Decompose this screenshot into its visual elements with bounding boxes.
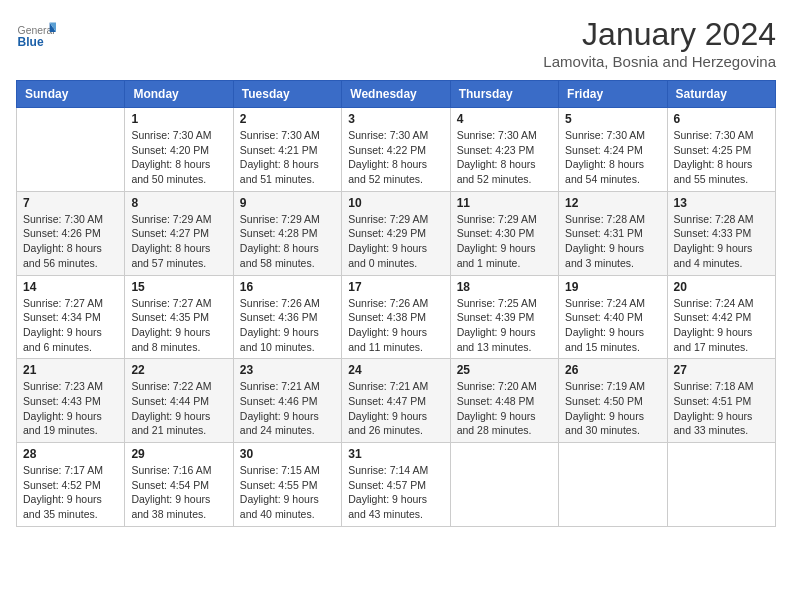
day-info: Sunrise: 7:29 AMSunset: 4:28 PMDaylight:…: [240, 212, 335, 271]
calendar-cell: 9 Sunrise: 7:29 AMSunset: 4:28 PMDayligh…: [233, 191, 341, 275]
calendar-cell: 10 Sunrise: 7:29 AMSunset: 4:29 PMDaylig…: [342, 191, 450, 275]
day-number: 15: [131, 280, 226, 294]
day-info: Sunrise: 7:29 AMSunset: 4:30 PMDaylight:…: [457, 212, 552, 271]
day-info: Sunrise: 7:30 AMSunset: 4:21 PMDaylight:…: [240, 128, 335, 187]
day-info: Sunrise: 7:30 AMSunset: 4:25 PMDaylight:…: [674, 128, 769, 187]
calendar-cell: 14 Sunrise: 7:27 AMSunset: 4:34 PMDaylig…: [17, 275, 125, 359]
day-info: Sunrise: 7:27 AMSunset: 4:35 PMDaylight:…: [131, 296, 226, 355]
day-number: 5: [565, 112, 660, 126]
logo: General Blue: [16, 16, 60, 56]
day-number: 19: [565, 280, 660, 294]
col-wednesday: Wednesday: [342, 81, 450, 108]
day-info: Sunrise: 7:16 AMSunset: 4:54 PMDaylight:…: [131, 463, 226, 522]
day-number: 24: [348, 363, 443, 377]
calendar-cell: [450, 443, 558, 527]
calendar-table: Sunday Monday Tuesday Wednesday Thursday…: [16, 80, 776, 527]
calendar-week-row: 1 Sunrise: 7:30 AMSunset: 4:20 PMDayligh…: [17, 108, 776, 192]
day-number: 4: [457, 112, 552, 126]
day-number: 6: [674, 112, 769, 126]
day-info: Sunrise: 7:30 AMSunset: 4:22 PMDaylight:…: [348, 128, 443, 187]
calendar-cell: 13 Sunrise: 7:28 AMSunset: 4:33 PMDaylig…: [667, 191, 775, 275]
day-number: 10: [348, 196, 443, 210]
calendar-cell: 15 Sunrise: 7:27 AMSunset: 4:35 PMDaylig…: [125, 275, 233, 359]
day-number: 30: [240, 447, 335, 461]
day-info: Sunrise: 7:28 AMSunset: 4:33 PMDaylight:…: [674, 212, 769, 271]
day-info: Sunrise: 7:14 AMSunset: 4:57 PMDaylight:…: [348, 463, 443, 522]
day-number: 16: [240, 280, 335, 294]
day-number: 21: [23, 363, 118, 377]
calendar-cell: 17 Sunrise: 7:26 AMSunset: 4:38 PMDaylig…: [342, 275, 450, 359]
day-number: 3: [348, 112, 443, 126]
calendar-cell: 12 Sunrise: 7:28 AMSunset: 4:31 PMDaylig…: [559, 191, 667, 275]
col-sunday: Sunday: [17, 81, 125, 108]
day-number: 28: [23, 447, 118, 461]
col-tuesday: Tuesday: [233, 81, 341, 108]
logo-icon: General Blue: [16, 16, 56, 56]
day-number: 12: [565, 196, 660, 210]
calendar-week-row: 7 Sunrise: 7:30 AMSunset: 4:26 PMDayligh…: [17, 191, 776, 275]
day-number: 1: [131, 112, 226, 126]
calendar-cell: 24 Sunrise: 7:21 AMSunset: 4:47 PMDaylig…: [342, 359, 450, 443]
day-number: 2: [240, 112, 335, 126]
day-number: 29: [131, 447, 226, 461]
calendar-header-row: Sunday Monday Tuesday Wednesday Thursday…: [17, 81, 776, 108]
day-info: Sunrise: 7:23 AMSunset: 4:43 PMDaylight:…: [23, 379, 118, 438]
calendar-cell: 28 Sunrise: 7:17 AMSunset: 4:52 PMDaylig…: [17, 443, 125, 527]
svg-text:General: General: [18, 25, 55, 36]
calendar-cell: 8 Sunrise: 7:29 AMSunset: 4:27 PMDayligh…: [125, 191, 233, 275]
calendar-cell: 3 Sunrise: 7:30 AMSunset: 4:22 PMDayligh…: [342, 108, 450, 192]
day-info: Sunrise: 7:26 AMSunset: 4:36 PMDaylight:…: [240, 296, 335, 355]
day-info: Sunrise: 7:18 AMSunset: 4:51 PMDaylight:…: [674, 379, 769, 438]
calendar-cell: 1 Sunrise: 7:30 AMSunset: 4:20 PMDayligh…: [125, 108, 233, 192]
day-number: 8: [131, 196, 226, 210]
day-info: Sunrise: 7:29 AMSunset: 4:27 PMDaylight:…: [131, 212, 226, 271]
day-number: 14: [23, 280, 118, 294]
calendar-cell: 16 Sunrise: 7:26 AMSunset: 4:36 PMDaylig…: [233, 275, 341, 359]
day-info: Sunrise: 7:24 AMSunset: 4:42 PMDaylight:…: [674, 296, 769, 355]
calendar-cell: 27 Sunrise: 7:18 AMSunset: 4:51 PMDaylig…: [667, 359, 775, 443]
day-info: Sunrise: 7:30 AMSunset: 4:23 PMDaylight:…: [457, 128, 552, 187]
day-number: 27: [674, 363, 769, 377]
day-info: Sunrise: 7:25 AMSunset: 4:39 PMDaylight:…: [457, 296, 552, 355]
calendar-cell: 4 Sunrise: 7:30 AMSunset: 4:23 PMDayligh…: [450, 108, 558, 192]
calendar-cell: 30 Sunrise: 7:15 AMSunset: 4:55 PMDaylig…: [233, 443, 341, 527]
day-number: 25: [457, 363, 552, 377]
day-number: 31: [348, 447, 443, 461]
day-info: Sunrise: 7:30 AMSunset: 4:20 PMDaylight:…: [131, 128, 226, 187]
day-info: Sunrise: 7:27 AMSunset: 4:34 PMDaylight:…: [23, 296, 118, 355]
calendar-cell: 26 Sunrise: 7:19 AMSunset: 4:50 PMDaylig…: [559, 359, 667, 443]
day-info: Sunrise: 7:21 AMSunset: 4:47 PMDaylight:…: [348, 379, 443, 438]
day-info: Sunrise: 7:15 AMSunset: 4:55 PMDaylight:…: [240, 463, 335, 522]
title-block: January 2024 Lamovita, Bosnia and Herzeg…: [543, 16, 776, 70]
day-number: 18: [457, 280, 552, 294]
calendar-cell: 21 Sunrise: 7:23 AMSunset: 4:43 PMDaylig…: [17, 359, 125, 443]
month-title: January 2024: [543, 16, 776, 53]
svg-text:Blue: Blue: [18, 35, 44, 49]
calendar-cell: [17, 108, 125, 192]
calendar-cell: 31 Sunrise: 7:14 AMSunset: 4:57 PMDaylig…: [342, 443, 450, 527]
calendar-cell: 11 Sunrise: 7:29 AMSunset: 4:30 PMDaylig…: [450, 191, 558, 275]
calendar-cell: 25 Sunrise: 7:20 AMSunset: 4:48 PMDaylig…: [450, 359, 558, 443]
col-monday: Monday: [125, 81, 233, 108]
day-info: Sunrise: 7:29 AMSunset: 4:29 PMDaylight:…: [348, 212, 443, 271]
day-info: Sunrise: 7:24 AMSunset: 4:40 PMDaylight:…: [565, 296, 660, 355]
calendar-cell: 6 Sunrise: 7:30 AMSunset: 4:25 PMDayligh…: [667, 108, 775, 192]
calendar-week-row: 14 Sunrise: 7:27 AMSunset: 4:34 PMDaylig…: [17, 275, 776, 359]
calendar-cell: 5 Sunrise: 7:30 AMSunset: 4:24 PMDayligh…: [559, 108, 667, 192]
calendar-week-row: 21 Sunrise: 7:23 AMSunset: 4:43 PMDaylig…: [17, 359, 776, 443]
col-thursday: Thursday: [450, 81, 558, 108]
calendar-cell: 18 Sunrise: 7:25 AMSunset: 4:39 PMDaylig…: [450, 275, 558, 359]
day-info: Sunrise: 7:19 AMSunset: 4:50 PMDaylight:…: [565, 379, 660, 438]
day-number: 23: [240, 363, 335, 377]
day-info: Sunrise: 7:22 AMSunset: 4:44 PMDaylight:…: [131, 379, 226, 438]
calendar-cell: 2 Sunrise: 7:30 AMSunset: 4:21 PMDayligh…: [233, 108, 341, 192]
day-number: 13: [674, 196, 769, 210]
day-number: 11: [457, 196, 552, 210]
day-info: Sunrise: 7:21 AMSunset: 4:46 PMDaylight:…: [240, 379, 335, 438]
day-info: Sunrise: 7:30 AMSunset: 4:24 PMDaylight:…: [565, 128, 660, 187]
col-saturday: Saturday: [667, 81, 775, 108]
calendar-cell: 29 Sunrise: 7:16 AMSunset: 4:54 PMDaylig…: [125, 443, 233, 527]
calendar-week-row: 28 Sunrise: 7:17 AMSunset: 4:52 PMDaylig…: [17, 443, 776, 527]
day-number: 17: [348, 280, 443, 294]
calendar-cell: [559, 443, 667, 527]
